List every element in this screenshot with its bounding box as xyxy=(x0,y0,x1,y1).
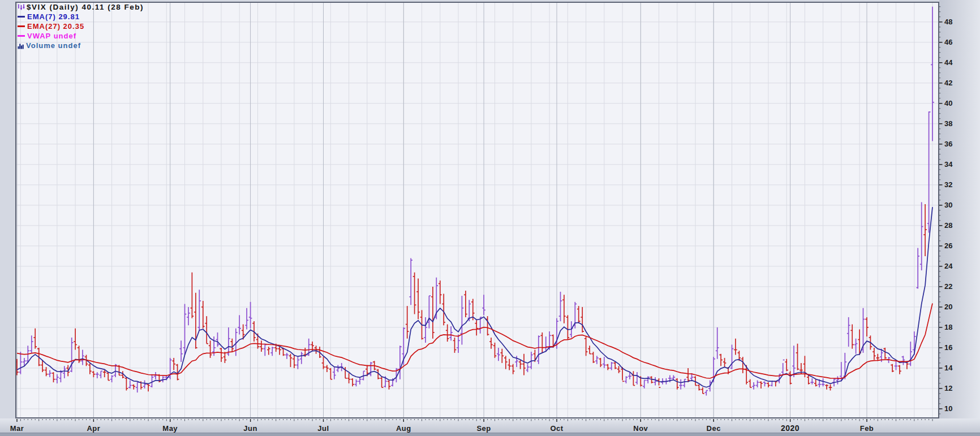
vwap-label: VWAP undef xyxy=(27,31,76,41)
ema7-label: EMA(7) 29.81 xyxy=(27,12,80,21)
legend-volume-row: Volume undef xyxy=(18,41,144,50)
volume-label: Volume undef xyxy=(26,41,81,50)
legend-title-row: $VIX (Daily) 40.11 (28 Feb) xyxy=(18,2,144,12)
y-axis-label: 42 xyxy=(944,79,952,87)
month-label: Nov xyxy=(633,424,648,433)
y-axis-label: 24 xyxy=(944,262,953,270)
legend-ema7-row: EMA(7) 29.81 xyxy=(18,12,144,21)
y-axis-label: 44 xyxy=(944,58,953,67)
month-label: Apr xyxy=(87,424,100,433)
volume-bars-icon xyxy=(18,42,24,49)
y-axis-label: 10 xyxy=(944,404,952,413)
y-axis-label: 16 xyxy=(944,343,952,352)
y-axis-label: 26 xyxy=(944,241,952,250)
y-axis-label: 30 xyxy=(944,201,952,209)
y-axis-label: 32 xyxy=(944,180,952,189)
price-chart-canvas: 1012141618202224262830323436384042444648… xyxy=(0,0,980,436)
price-bars-icon xyxy=(18,3,25,11)
y-axis-label: 34 xyxy=(944,160,953,169)
month-label: Oct xyxy=(550,424,563,433)
month-label: Aug xyxy=(396,424,411,433)
y-axis-label: 46 xyxy=(944,38,952,46)
y-axis-label: 36 xyxy=(944,140,952,148)
horizontal-scrollbar[interactable] xyxy=(0,433,980,436)
legend-vwap-row: VWAP undef xyxy=(18,31,144,41)
y-axis-label: 12 xyxy=(944,384,952,392)
month-label: 2020 xyxy=(781,424,800,433)
y-axis-label: 14 xyxy=(944,364,953,372)
month-label: Jun xyxy=(243,424,257,433)
month-label: Feb xyxy=(860,424,874,433)
x-axis: MarAprMayJunJulAugSepOctNovDec2020Feb xyxy=(0,418,980,433)
y-axis-label: 20 xyxy=(944,303,952,311)
legend-ema27-row: EMA(27) 20.35 xyxy=(18,21,144,31)
month-label: May xyxy=(162,424,178,433)
ema7-swatch xyxy=(18,16,25,18)
y-axis-label: 22 xyxy=(944,282,952,291)
chart-title: $VIX (Daily) 40.11 (28 Feb) xyxy=(27,2,144,12)
stockcharts-vix-chart-page: 1012141618202224262830323436384042444648… xyxy=(0,0,980,436)
y-axis-label: 28 xyxy=(944,221,952,230)
plot-area xyxy=(15,2,939,418)
y-axis-label: 40 xyxy=(944,99,952,107)
month-label: Sep xyxy=(476,424,491,433)
month-label: Jul xyxy=(317,424,329,433)
month-label: Dec xyxy=(707,424,721,433)
ema27-swatch xyxy=(18,25,25,27)
ema27-label: EMA(27) 20.35 xyxy=(27,21,84,31)
y-axis-label: 48 xyxy=(944,18,952,26)
chart-legend: $VIX (Daily) 40.11 (28 Feb) EMA(7) 29.81… xyxy=(18,2,144,50)
y-axis-label: 18 xyxy=(944,323,952,331)
y-axis-label: 38 xyxy=(944,119,952,128)
y-axis: 1012141618202224262830323436384042444648 xyxy=(939,0,980,418)
vwap-swatch xyxy=(18,35,25,37)
month-label: Mar xyxy=(10,424,24,433)
